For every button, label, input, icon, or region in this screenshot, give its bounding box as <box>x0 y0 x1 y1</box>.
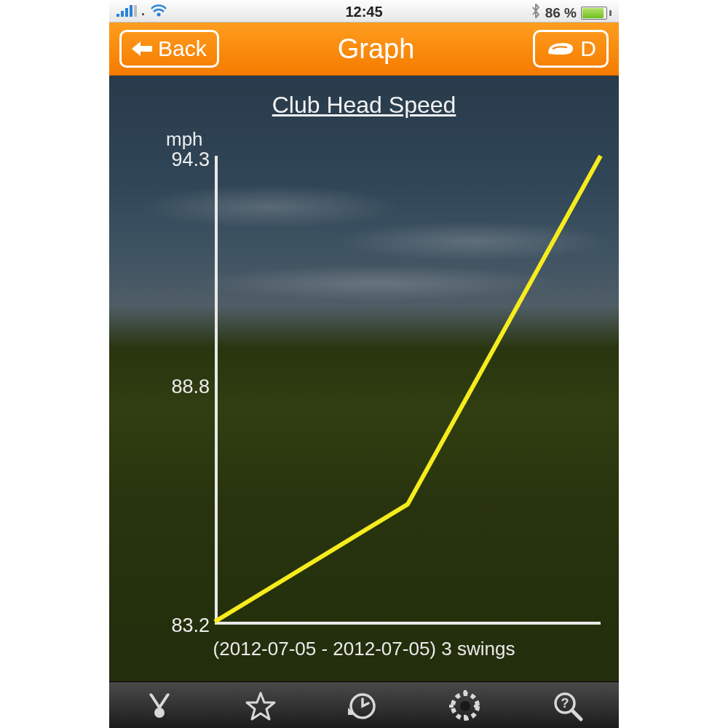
club-label: D <box>580 36 596 61</box>
y-tick-max: 94.3 <box>153 149 210 171</box>
tab-bar: ? <box>109 681 619 728</box>
x-axis-line <box>215 622 601 625</box>
y-axis-unit: mph <box>166 128 203 151</box>
nav-bar: Back Graph D <box>109 23 619 76</box>
status-bar: . 12:45 86 % <box>109 0 619 23</box>
history-icon[interactable] <box>347 690 379 722</box>
svg-text:?: ? <box>561 696 569 711</box>
driver-club-icon <box>545 39 574 59</box>
battery-percent: 86 % <box>545 5 577 21</box>
battery-icon <box>581 7 612 20</box>
back-arrow-icon <box>132 36 152 61</box>
svg-point-1 <box>154 708 165 718</box>
chart-caption: (2012-07-05 - 2012-07-05) 3 swings <box>109 638 619 660</box>
back-button[interactable]: Back <box>119 30 219 68</box>
star-icon[interactable] <box>245 690 277 722</box>
bluetooth-icon <box>531 3 541 23</box>
status-right: 86 % <box>531 3 612 23</box>
y-tick-mid: 88.8 <box>153 376 210 398</box>
back-label: Back <box>158 36 207 61</box>
svg-point-5 <box>461 702 470 711</box>
phone-frame: . 12:45 86 % <box>109 0 619 728</box>
gear-icon[interactable] <box>448 689 482 723</box>
chart-area: Club Head Speed mph 94.3 88.8 83.2 (2012… <box>109 76 619 681</box>
page-title: Graph <box>219 33 534 65</box>
chart-line <box>215 156 601 622</box>
club-select-button[interactable]: D <box>533 30 609 68</box>
chart-title[interactable]: Club Head Speed <box>109 76 619 119</box>
swings-icon[interactable] <box>144 691 175 721</box>
y-tick-min: 83.2 <box>153 614 210 637</box>
help-icon[interactable]: ? <box>552 690 584 722</box>
